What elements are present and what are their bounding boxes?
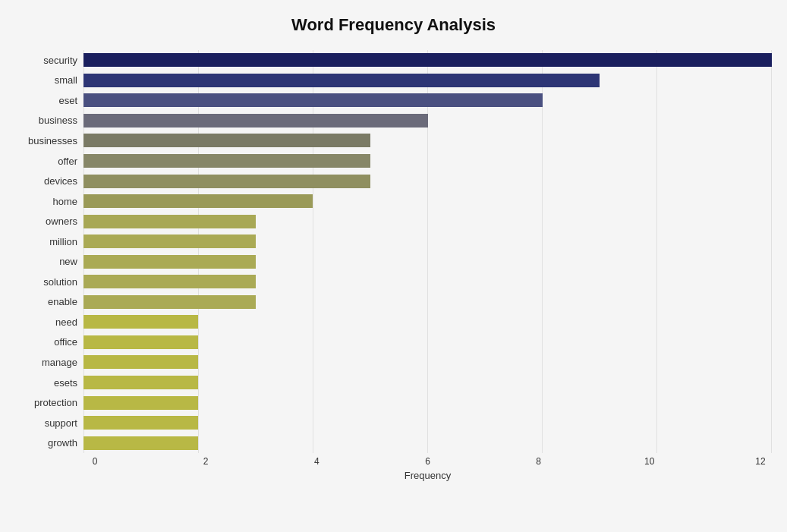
chart-area: securitysmallesetbusinessbusinessesoffer…: [15, 50, 772, 476]
bar-row: [83, 334, 772, 351]
bar-row: [83, 414, 772, 431]
x-ticks: 024681012: [83, 453, 772, 467]
y-label: businesses: [15, 136, 77, 146]
x-axis-label: Frequency: [83, 470, 772, 481]
grid-line: [542, 50, 543, 453]
bar: [83, 355, 198, 369]
bar: [83, 215, 256, 228]
y-label: small: [15, 75, 77, 85]
grid-line: [656, 50, 657, 453]
y-label: office: [15, 337, 77, 347]
grid-line: [198, 50, 199, 453]
bar: [83, 114, 428, 127]
y-label: business: [15, 115, 77, 125]
y-label: million: [15, 237, 77, 247]
y-label: devices: [15, 176, 77, 186]
y-label: support: [15, 418, 77, 428]
bar-row: [83, 395, 772, 411]
grid-line: [83, 50, 84, 453]
bar-row: [83, 193, 772, 209]
bar-row: [83, 72, 772, 89]
bar-row: [83, 52, 772, 68]
bar: [83, 154, 370, 168]
grid-lines: [83, 50, 772, 453]
x-tick: 0: [83, 456, 106, 467]
bar: [83, 275, 256, 288]
bar-row: [83, 253, 772, 270]
bar: [83, 194, 313, 208]
bar: [83, 436, 198, 450]
plot-area: 024681012 Frequency: [83, 50, 772, 476]
bars-wrapper: [83, 50, 772, 476]
bar: [83, 315, 198, 329]
y-axis-labels: securitysmallesetbusinessbusinessesoffer…: [15, 50, 83, 476]
bar: [83, 235, 256, 248]
y-label: owners: [15, 216, 77, 226]
y-label: enable: [15, 297, 77, 307]
y-label: eset: [15, 96, 77, 105]
bar: [83, 93, 543, 107]
y-label: security: [15, 55, 77, 65]
x-tick: 6: [416, 456, 439, 467]
y-label: growth: [15, 438, 77, 448]
y-label: manage: [15, 357, 77, 367]
y-label: offer: [15, 156, 77, 166]
x-tick: 10: [638, 456, 661, 467]
grid-line: [427, 50, 428, 453]
bar-row: [83, 294, 772, 310]
y-label: home: [15, 197, 77, 206]
x-tick: 8: [527, 456, 550, 467]
y-label: solution: [15, 277, 77, 287]
x-tick: 4: [305, 456, 328, 467]
bar-row: [83, 233, 772, 250]
bar-row: [83, 354, 772, 370]
y-label: new: [15, 257, 77, 266]
bar: [83, 74, 600, 87]
bar-row: [83, 173, 772, 190]
bar-row: [83, 213, 772, 230]
bar: [83, 376, 198, 389]
bar-row: [83, 273, 772, 290]
bar-row: [83, 153, 772, 169]
bar-row: [83, 132, 772, 149]
bar: [83, 396, 198, 410]
grid-line: [771, 50, 772, 453]
bar-row: [83, 313, 772, 330]
grid-line: [313, 50, 313, 453]
bar: [83, 175, 370, 188]
x-tick: 2: [194, 456, 217, 467]
x-axis: 024681012 Frequency: [83, 453, 772, 476]
bar: [83, 134, 370, 147]
y-label: protection: [15, 398, 77, 408]
chart-container: Word Frequency Analysis securitysmallese…: [0, 0, 787, 532]
bar-row: [83, 112, 772, 129]
bar: [83, 335, 198, 349]
bar: [83, 295, 256, 309]
bar-row: [83, 435, 772, 452]
y-label: esets: [15, 378, 77, 388]
x-tick: 12: [749, 456, 772, 467]
bar: [83, 416, 198, 430]
bar-row: [83, 374, 772, 391]
chart-title: Word Frequency Analysis: [15, 15, 772, 35]
bar: [83, 53, 772, 67]
y-label: need: [15, 317, 77, 327]
bar-row: [83, 92, 772, 109]
bar: [83, 255, 256, 269]
